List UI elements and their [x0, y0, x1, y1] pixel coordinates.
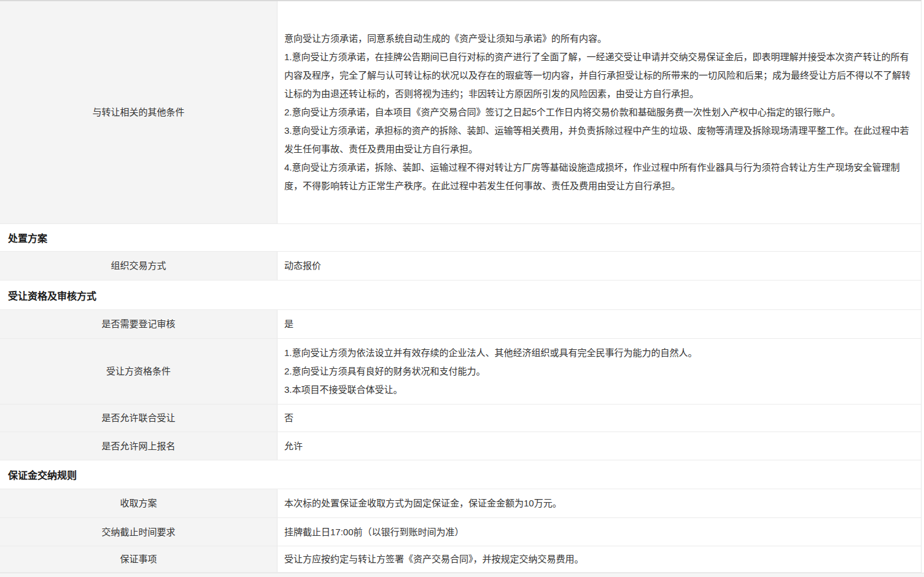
table-row: 收取方案本次标的处置保证金收取方式为固定保证金，保证金金额为10万元。 — [0, 489, 921, 518]
field-label: 保证事项 — [0, 546, 278, 572]
field-value: 是 — [278, 310, 921, 338]
field-value: 动态报价 — [278, 252, 921, 280]
table-row: 保证事项受让方应按约定与转让方签署《资产交易合同》，并按规定交纳交易费用。 — [0, 546, 921, 573]
table-row: 是否允许联合受让否 — [0, 405, 921, 432]
table-row: 与转让相关的其他条件意向受让方须承诺，同意系统自动生成的《资产受让须知与承诺》的… — [0, 1, 921, 224]
field-value-paragraph: 3.本项目不接受联合体受让。 — [284, 381, 912, 399]
field-value-paragraph: 4.意向受让方须承诺，拆除、装卸、运输过程不得对转让方厂房等基础设施造成损坏，作… — [284, 158, 912, 195]
field-label: 组织交易方式 — [0, 252, 278, 280]
table-row: 是否允许网上报名允许 — [0, 432, 921, 460]
table-row: 受让方资格条件1.意向受让方须为依法设立并有效存续的企业法人、其他经济组织或具有… — [0, 339, 921, 405]
table-row: 是否需要登记审核是 — [0, 310, 921, 339]
table-row: 组织交易方式动态报价 — [0, 252, 921, 281]
field-value-paragraph: 意向受让方须承诺，同意系统自动生成的《资产受让须知与承诺》的所有内容。 — [284, 29, 912, 48]
field-value-text: 挂牌截止日17:00前（以银行到账时间为准） — [284, 523, 912, 541]
table-row: 交纳截止时间要求挂牌截止日17:00前（以银行到账时间为准） — [0, 518, 921, 546]
field-value-text: 是 — [284, 315, 912, 333]
section-title: 处置方案 — [8, 230, 47, 245]
section-header-row: 保证金交纳规则 — [0, 460, 921, 489]
section-title: 受让资格及审核方式 — [8, 288, 96, 303]
field-value: 受让方应按约定与转让方签署《资产交易合同》，并按规定交纳交易费用。 — [278, 546, 921, 572]
field-label: 收取方案 — [0, 489, 278, 517]
field-value: 本次标的处置保证金收取方式为固定保证金，保证金金额为10万元。 — [278, 489, 921, 517]
field-value: 1.意向受让方须为依法设立并有效存续的企业法人、其他经济组织或具有完全民事行为能… — [278, 339, 921, 404]
section-header-row: 处置方案 — [0, 224, 921, 252]
field-value-paragraph: 2.意向受让方须具有良好的财务状况和支付能力。 — [284, 362, 912, 381]
field-value-paragraph: 1.意向受让方须为依法设立并有效存续的企业法人、其他经济组织或具有完全民事行为能… — [284, 344, 912, 362]
field-value-paragraph: 3.意向受让方须承诺，承担标的资产的拆除、装卸、运输等相关费用，并负责拆除过程中… — [284, 122, 912, 158]
field-value: 允许 — [278, 432, 921, 460]
field-value: 意向受让方须承诺，同意系统自动生成的《资产受让须知与承诺》的所有内容。1.意向受… — [278, 1, 921, 223]
field-label: 是否允许网上报名 — [0, 432, 278, 460]
field-label: 是否需要登记审核 — [0, 310, 278, 338]
field-value-paragraph: 1.意向受让方须承诺，在挂牌公告期间已自行对标的资产进行了全面了解，一经递交受让… — [284, 48, 912, 103]
field-label: 受让方资格条件 — [0, 339, 278, 404]
field-label: 与转让相关的其他条件 — [0, 1, 278, 223]
section-header-row: 受让资格及审核方式 — [0, 281, 921, 310]
section-title: 保证金交纳规则 — [8, 467, 77, 482]
listing-detail-page: 与转让相关的其他条件意向受让方须承诺，同意系统自动生成的《资产受让须知与承诺》的… — [0, 0, 924, 577]
page-background-strip — [0, 573, 924, 577]
field-label: 交纳截止时间要求 — [0, 518, 278, 546]
field-value-paragraph: 2.意向受让方须承诺，自本项目《资产交易合同》签订之日起5个工作日内将交易价款和… — [284, 103, 912, 122]
field-value: 挂牌截止日17:00前（以银行到账时间为准） — [278, 518, 921, 546]
field-value-text: 否 — [284, 409, 912, 427]
field-value-text: 动态报价 — [284, 257, 912, 275]
listing-detail-table: 与转让相关的其他条件意向受让方须承诺，同意系统自动生成的《资产受让须知与承诺》的… — [0, 0, 922, 573]
field-value: 否 — [278, 405, 921, 432]
field-value-text: 本次标的处置保证金收取方式为固定保证金，保证金金额为10万元。 — [284, 494, 912, 513]
field-value-text: 受让方应按约定与转让方签署《资产交易合同》，并按规定交纳交易费用。 — [284, 550, 912, 568]
field-label: 是否允许联合受让 — [0, 405, 278, 432]
field-value-text: 允许 — [284, 437, 912, 455]
